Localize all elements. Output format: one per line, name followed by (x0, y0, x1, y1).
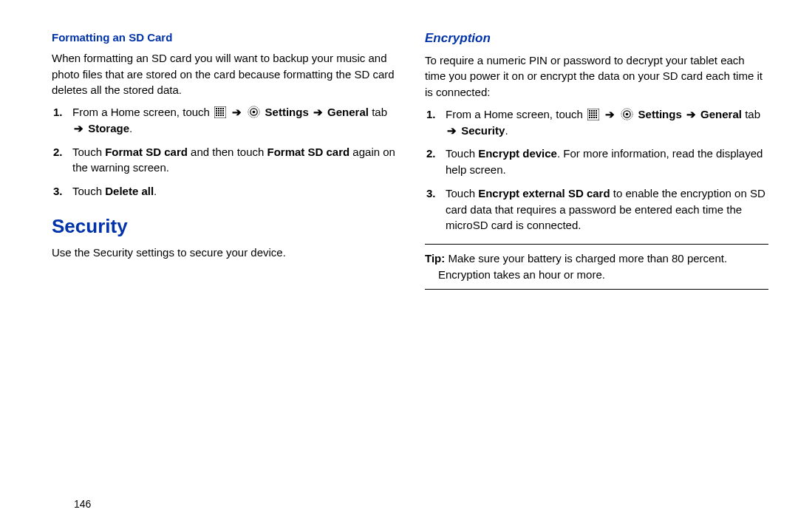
formatting-steps: From a Home screen, touch ➔ Settings ➔ G… (52, 104, 395, 200)
svg-rect-32 (596, 115, 597, 116)
svg-rect-25 (589, 112, 590, 114)
svg-rect-22 (591, 110, 593, 112)
text: and then touch (188, 146, 267, 158)
encryption-step-2: Touch Encrypt device. For more informati… (441, 146, 768, 178)
svg-rect-35 (593, 117, 595, 118)
svg-rect-12 (222, 112, 224, 114)
svg-rect-4 (222, 108, 224, 109)
storage-label: Storage (88, 122, 129, 134)
svg-rect-7 (220, 110, 222, 112)
encrypt-external-sd-label: Encrypt external SD card (478, 187, 610, 200)
encryption-step-3: Touch Encrypt external SD card to enable… (441, 185, 768, 233)
right-column: Encryption To require a numeric PIN or p… (425, 30, 768, 290)
svg-rect-5 (216, 110, 217, 112)
svg-rect-31 (593, 115, 595, 116)
security-paragraph: Use the Security settings to secure your… (52, 245, 395, 261)
svg-rect-26 (591, 112, 593, 114)
settings-gear-icon (621, 108, 633, 120)
svg-rect-15 (220, 115, 222, 116)
format-sd-label: Format SD card (105, 146, 188, 158)
svg-rect-34 (591, 117, 593, 118)
page-number: 146 (74, 498, 91, 510)
text: Touch (446, 147, 478, 160)
svg-rect-13 (216, 115, 217, 116)
svg-rect-2 (218, 108, 219, 109)
svg-rect-3 (220, 108, 222, 109)
encryption-paragraph: To require a numeric PIN or password to … (425, 52, 768, 100)
formatting-step-3: Touch Delete all. (68, 183, 395, 200)
heading-security: Security (52, 213, 395, 241)
heading-formatting-sd: Formatting an SD Card (52, 30, 395, 46)
formatting-step-2: Touch Format SD card and then touch Form… (68, 144, 395, 177)
svg-rect-6 (218, 110, 219, 112)
formatting-step-1: From a Home screen, touch ➔ Settings ➔ G… (68, 104, 395, 137)
svg-rect-29 (589, 115, 590, 116)
format-sd-label: Format SD card (267, 146, 350, 158)
arrow-icon: ➔ (685, 108, 698, 120)
arrow-icon: ➔ (446, 124, 458, 137)
encrypt-device-label: Encrypt device (478, 147, 557, 160)
encryption-step-1: From a Home screen, touch ➔ Settings ➔ G… (441, 106, 768, 139)
svg-rect-9 (216, 112, 217, 114)
svg-rect-24 (596, 110, 597, 112)
tip-text-a: Make sure your battery is charged more t… (445, 252, 727, 265)
two-column-layout: Formatting an SD Card When formatting an… (52, 30, 768, 290)
period: . (505, 124, 508, 137)
period: . (154, 185, 157, 197)
formatting-paragraph: When formatting an SD card you will want… (52, 50, 395, 98)
heading-encryption: Encryption (425, 30, 768, 48)
step1-text: From a Home screen, touch (72, 106, 213, 118)
text: Touch (72, 146, 105, 158)
tip-block: Tip: Make sure your battery is charged m… (425, 244, 768, 290)
tip-text-b: Encryption takes an hour or more. (425, 267, 768, 283)
settings-label: Settings (265, 106, 312, 118)
svg-rect-27 (593, 112, 595, 114)
text: Touch (446, 187, 478, 200)
svg-rect-8 (222, 110, 224, 112)
apps-grid-icon (214, 106, 226, 118)
arrow-icon: ➔ (312, 106, 324, 118)
svg-rect-30 (591, 115, 593, 116)
svg-rect-1 (216, 108, 217, 109)
encryption-steps: From a Home screen, touch ➔ Settings ➔ G… (425, 106, 768, 233)
svg-rect-33 (589, 117, 590, 118)
svg-point-39 (626, 113, 629, 116)
step1-text: From a Home screen, touch (446, 108, 586, 120)
settings-label: Settings (638, 108, 685, 120)
svg-point-19 (253, 111, 256, 114)
tab-text: tab (369, 106, 387, 118)
tip-label: Tip: (425, 252, 445, 265)
svg-rect-36 (596, 117, 597, 118)
left-column: Formatting an SD Card When formatting an… (52, 30, 395, 290)
svg-rect-14 (218, 115, 219, 116)
svg-rect-23 (593, 110, 595, 112)
period: . (129, 122, 132, 134)
svg-rect-10 (218, 112, 219, 114)
svg-rect-11 (220, 112, 222, 114)
svg-rect-28 (596, 112, 597, 114)
svg-rect-21 (589, 110, 590, 112)
tab-text: tab (742, 108, 760, 120)
arrow-icon: ➔ (231, 106, 243, 118)
general-label: General (327, 106, 369, 118)
text: Touch (72, 185, 105, 197)
settings-gear-icon (248, 106, 260, 118)
general-label: General (700, 108, 742, 120)
arrow-icon: ➔ (604, 108, 616, 120)
arrow-icon: ➔ (72, 122, 85, 134)
delete-all-label: Delete all (105, 185, 154, 197)
apps-grid-icon (587, 109, 599, 120)
security-label: Security (461, 124, 505, 137)
svg-rect-16 (222, 115, 224, 116)
